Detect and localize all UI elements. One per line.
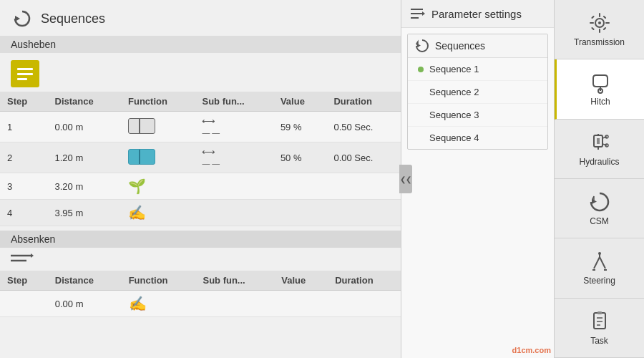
watermark: d1cm.com: [512, 346, 551, 354]
cell-subfunc: ⟷— —: [195, 142, 273, 173]
svg-marker-13: [417, 44, 421, 47]
table2-header-row: Step Distance Function Sub fun... Value …: [0, 271, 401, 291]
sequences-section: Sequences Sequence 1Sequence 2Sequence 3…: [407, 34, 548, 150]
cell-subfunc: [195, 200, 273, 226]
cell-duration: [326, 173, 401, 200]
svg-rect-22: [591, 27, 595, 31]
absenken-icon: [11, 252, 390, 266]
cell-value: [273, 173, 327, 200]
sequences-header-icon: [11, 7, 34, 30]
seq-item[interactable]: Sequence 2: [408, 81, 547, 104]
cell-step: 2: [0, 142, 48, 173]
col-value: Value: [273, 92, 327, 112]
cell-distance: 1.20 m: [48, 142, 122, 173]
col2-step: Step: [0, 271, 48, 291]
hydraulics-icon: [588, 131, 611, 154]
cell-function: ✍️: [121, 200, 195, 226]
task-icon: [588, 310, 611, 333]
hitch-icon: [589, 71, 612, 94]
svg-marker-7: [31, 253, 34, 258]
seq-item[interactable]: Sequence 1: [408, 58, 547, 81]
nav-label-hitch: Hitch: [590, 97, 610, 107]
cell-distance: 3.20 m: [48, 173, 122, 200]
yellow-box-icon[interactable]: [11, 60, 39, 87]
cell-function: 🌱: [121, 173, 195, 200]
svg-rect-17: [599, 29, 600, 33]
param-title: Parameter settings: [431, 8, 522, 20]
cell2-value: [274, 291, 328, 317]
nav-label-steering: Steering: [583, 276, 615, 286]
cell-step: 1: [0, 112, 48, 142]
svg-rect-1: [17, 68, 33, 70]
col-function: Function: [121, 92, 195, 112]
middle-panel: Parameter settings Sequences Sequence 1S…: [401, 0, 555, 358]
seq-section-icon: [415, 39, 429, 53]
col2-subfun: Sub fun...: [195, 271, 274, 291]
steering-icon: [588, 250, 611, 273]
nav-item-csm[interactable]: CSM: [555, 179, 644, 238]
csm-icon: [588, 190, 611, 213]
svg-marker-0: [15, 16, 20, 21]
cell-function: [121, 142, 195, 173]
nav-item-task[interactable]: Task: [555, 299, 644, 358]
cell-duration: [326, 200, 401, 226]
nav-label-task: Task: [590, 336, 608, 346]
section2-label: Absenken: [0, 231, 401, 248]
svg-rect-20: [591, 16, 595, 19]
cell-step: 3: [0, 173, 48, 200]
seq-item[interactable]: Sequence 4: [408, 127, 547, 149]
svg-rect-27: [597, 138, 600, 144]
transmission-icon: [588, 11, 611, 34]
svg-line-36: [594, 257, 600, 268]
svg-rect-21: [602, 16, 606, 19]
seq-item[interactable]: Sequence 3: [408, 104, 547, 127]
nav-item-hydraulics[interactable]: Hydraulics: [555, 120, 644, 179]
nav-item-hitch[interactable]: Hitch: [555, 59, 644, 119]
nav-item-steering[interactable]: Steering: [555, 238, 644, 298]
seq-active-dot: [418, 67, 424, 72]
cell2-distance: 0.00 m: [48, 291, 122, 317]
cell-step: 4: [0, 200, 48, 226]
seq-items-container: Sequence 1Sequence 2Sequence 3Sequence 4: [408, 58, 547, 149]
col2-function: Function: [122, 271, 196, 291]
cell2-function: ✍️: [122, 291, 196, 317]
seq-item-label: Sequence 4: [429, 132, 479, 143]
table1-row[interactable]: 10.00 m⟷— —59 %0.50 Sec.: [0, 112, 401, 142]
cell-distance: 0.00 m: [48, 112, 122, 142]
table1-row[interactable]: 33.20 m🌱: [0, 173, 401, 200]
cell-function: [121, 112, 195, 142]
param-header: Parameter settings: [401, 0, 554, 28]
cell-duration: 0.50 Sec.: [326, 112, 401, 142]
svg-rect-23: [602, 27, 606, 31]
cell-subfunc: [195, 173, 273, 200]
seq-item-label: Sequence 3: [429, 110, 479, 120]
svg-rect-19: [605, 22, 610, 24]
table2-row[interactable]: 0.00 m✍️: [0, 291, 401, 317]
seq-item-label: Sequence 2: [429, 87, 479, 97]
left-panel: Sequences Ausheben Step Distance Fun: [0, 0, 401, 358]
nav-label-csm: CSM: [590, 216, 609, 226]
cell-duration: 0.00 Sec.: [326, 142, 401, 173]
right-panel: Transmission Hitch: [555, 0, 644, 358]
svg-marker-11: [422, 11, 425, 16]
svg-rect-3: [17, 78, 27, 80]
seq-inactive-dot: [418, 135, 424, 141]
cell2-step: [0, 291, 48, 317]
svg-rect-18: [590, 22, 594, 24]
cell-value: 59 %: [273, 112, 327, 142]
table1-row[interactable]: 43.95 m✍️: [0, 200, 401, 226]
section1-label: Ausheben: [0, 36, 401, 53]
cell-subfunc: ⟷— —: [195, 112, 273, 142]
svg-rect-42: [594, 313, 605, 329]
dash-icon-row: [0, 248, 401, 271]
cell2-duration: [328, 291, 401, 317]
collapse-button[interactable]: ❮❮: [399, 165, 412, 193]
seq-section-title: Sequences: [435, 40, 485, 52]
cell-distance: 3.95 m: [48, 200, 122, 226]
nav-item-transmission[interactable]: Transmission: [555, 0, 644, 59]
svg-rect-46: [597, 311, 602, 314]
cell2-subfunc: [195, 291, 274, 317]
table1-header-row: Step Distance Function Sub fun... Value …: [0, 92, 401, 112]
nav-label-hydraulics: Hydraulics: [579, 157, 619, 167]
table1-row[interactable]: 21.20 m⟷— —50 %0.00 Sec.: [0, 142, 401, 173]
